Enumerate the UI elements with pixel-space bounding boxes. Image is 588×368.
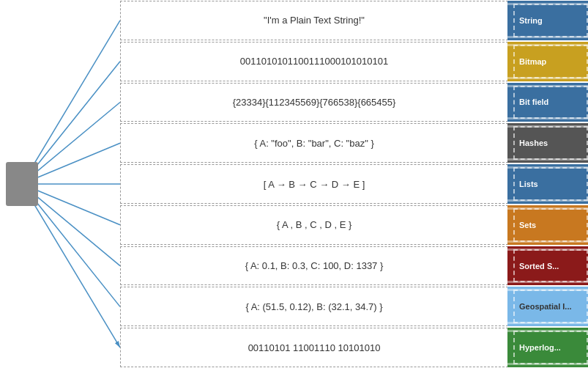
svg-line-16 [32, 184, 120, 225]
type-block-label-bitmap: Bitmap [513, 45, 588, 78]
data-box-bitfield: {23334}{112345569}{766538}{665455} [120, 83, 508, 122]
type-block-geo: Geospatial I... [507, 287, 588, 326]
type-block-sorted: Sorted S... [507, 246, 588, 286]
svg-line-9 [32, 184, 120, 306]
svg-line-13 [32, 102, 120, 184]
type-block-bitfield: Bit field [507, 83, 588, 122]
svg-line-4 [32, 102, 120, 184]
type-block-label-bitfield: Bit field [513, 86, 588, 119]
data-box-sorted: { A: 0.1, B: 0.3, C: 100, D: 1337 } [120, 246, 508, 286]
type-block-label-hash: Hashes [513, 126, 588, 160]
type-block-hyperlog: Hyperlog... [507, 328, 588, 367]
data-box-set: { A , B , C , D , E } [120, 205, 508, 245]
right-panel: StringBitmapBit fieldHashesListsSetsSort… [507, 0, 588, 368]
type-block-string: String [507, 1, 588, 40]
type-block-label-geo: Geospatial I... [513, 290, 588, 323]
data-box-bitmap: 0011010101100111000101010101 [120, 42, 508, 81]
svg-line-10 [32, 184, 120, 347]
data-box-string: "I'm a Plain Text String!" [120, 1, 508, 40]
type-block-hash: Hashes [507, 123, 588, 163]
type-block-label-set: Sets [513, 208, 588, 242]
svg-line-12 [32, 62, 120, 184]
type-block-label-list: Lists [513, 167, 588, 201]
type-block-bitmap: Bitmap [507, 42, 588, 81]
svg-line-11 [32, 21, 120, 184]
svg-line-3 [32, 62, 120, 184]
svg-line-7 [32, 184, 120, 225]
type-block-label-hyperlog: Hyperlog... [513, 331, 588, 364]
main-container: "I'm a Plain Text String!"00110101011001… [0, 0, 588, 368]
data-box-geo: { A: (51.5, 0.12), B: (32.1, 34.7) } [120, 287, 508, 326]
data-boxes: "I'm a Plain Text String!"00110101011001… [120, 0, 508, 368]
key-block [0, 0, 44, 368]
svg-line-14 [32, 143, 120, 184]
type-block-list: Lists [507, 164, 588, 204]
data-box-list: [ A → B → C → D → E ] [120, 164, 508, 204]
data-box-hyperlog: 00110101 11001110 10101010 [120, 328, 508, 367]
svg-line-19 [32, 184, 120, 347]
type-block-label-sorted: Sorted S... [513, 249, 588, 283]
diagram-area: "I'm a Plain Text String!"00110101011001… [32, 0, 516, 368]
type-block-set: Sets [507, 205, 588, 245]
data-box-hash: { A: "foo", B: "bar", C: "baz" } [120, 123, 508, 163]
svg-line-8 [32, 184, 120, 266]
svg-line-17 [32, 184, 120, 266]
svg-line-2 [32, 21, 120, 184]
key-label [6, 162, 38, 206]
type-block-label-string: String [513, 4, 588, 37]
svg-line-5 [32, 143, 120, 184]
svg-line-18 [32, 184, 120, 306]
